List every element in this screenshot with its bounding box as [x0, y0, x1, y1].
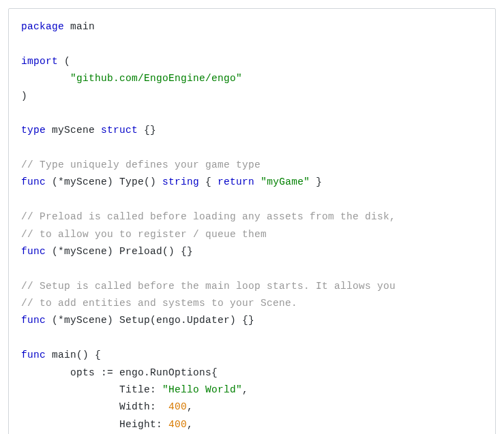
code-line: // to allow you to register / queue them [21, 229, 267, 240]
code-line: Height: 400, [21, 419, 193, 430]
code-line: func main() { [21, 350, 101, 360]
keyword: func [21, 246, 46, 257]
code-line: import ( [21, 56, 70, 67]
code-line: // to add entities and systems to your S… [21, 298, 297, 309]
keyword: func [21, 315, 46, 326]
code-line: type myScene struct {} [21, 125, 156, 136]
code-line: "github.com/EngoEngine/engo" [21, 73, 242, 84]
number-literal: 400 [168, 419, 187, 430]
keyword: string [162, 176, 199, 187]
code-line: func (*myScene) Setup(engo.Updater) {} [21, 315, 254, 326]
comment: // Preload is called before loading any … [21, 211, 396, 222]
comment: // Setup is called before the main loop … [21, 281, 396, 292]
keyword: func [21, 176, 46, 187]
code-line: // Type uniquely defines your game type [21, 159, 261, 170]
string-literal: "Hello World" [162, 384, 242, 395]
number-literal: 400 [168, 401, 187, 412]
keyword: return [218, 176, 254, 187]
keyword: import [21, 56, 58, 67]
code-line: opts := engo.RunOptions{ [21, 367, 218, 378]
code-line: func (*myScene) Type() string { return "… [21, 176, 322, 187]
code-line: package main [21, 21, 95, 32]
comment: // Type uniquely defines your game type [21, 159, 261, 170]
comment: // to add entities and systems to your S… [21, 298, 297, 309]
code-line: ) [21, 91, 27, 102]
string-literal: "myGame" [261, 176, 310, 187]
identifier: main [70, 21, 95, 32]
code-line: Width: 400, [21, 401, 193, 412]
comment: // to allow you to register / queue them [21, 229, 267, 240]
code-block: package main import ( "github.com/EngoEn… [8, 8, 496, 434]
code-line: func (*myScene) Preload() {} [21, 246, 193, 257]
code-line: // Preload is called before loading any … [21, 211, 396, 222]
string-literal: "github.com/EngoEngine/engo" [70, 73, 242, 84]
keyword: package [21, 21, 64, 32]
keyword: struct [101, 125, 138, 136]
keyword: func [21, 350, 46, 360]
keyword: type [21, 125, 46, 136]
code-line: Title: "Hello World", [21, 384, 248, 395]
code-line: // Setup is called before the main loop … [21, 281, 396, 292]
type-name: myScene [52, 125, 95, 136]
